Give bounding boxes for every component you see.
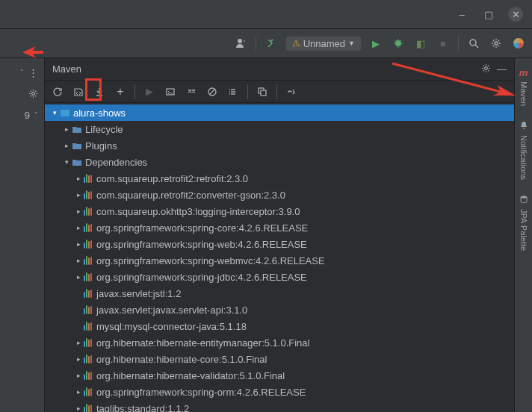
tree-label: org.hibernate:hibernate-core:5.1.0.Final [96, 354, 267, 365]
tree-dependency[interactable]: ▸com.squareup.retrofit2:retrofit:2.3.0 [45, 170, 514, 187]
generate-sources-icon[interactable] [72, 85, 85, 99]
tree-dependency[interactable]: ▸org.hibernate:hibernate-validator:5.1.0… [45, 367, 514, 384]
tree-label: com.squareup.retrofit2:converter-gson:2.… [96, 190, 285, 201]
tree-label: com.squareup.okhttp3:logging-interceptor… [96, 206, 300, 217]
chevron-down-icon[interactable]: ˅ [20, 69, 24, 76]
toggle-offline-icon[interactable] [185, 85, 198, 99]
panel-settings-icon[interactable] [481, 63, 491, 75]
panel-hide-icon[interactable]: — [497, 63, 507, 75]
execute-goal-icon[interactable] [164, 85, 177, 99]
library-icon [84, 190, 92, 199]
tree-lifecycle[interactable]: ▸ Lifecycle [45, 121, 514, 137]
maximize-button[interactable]: ▢ [481, 7, 496, 22]
maven-tree[interactable]: ▾ alura-shows ▸ Lifecycle ▸ Plugins [45, 103, 514, 412]
chevron-down-icon[interactable]: ▾ [49, 109, 60, 116]
run-configuration-selector[interactable]: ⚠ Unnamed ▼ [286, 37, 361, 51]
add-maven-project-icon[interactable]: + [114, 85, 127, 99]
chevron-right-icon[interactable]: ▸ [73, 372, 84, 379]
chevron-down-icon[interactable]: ▾ [61, 158, 72, 166]
chevron-right-icon[interactable]: ▸ [73, 355, 84, 363]
module-icon [60, 107, 70, 118]
gutter-gear-icon[interactable] [28, 89, 38, 101]
coverage-button[interactable]: ◧ [413, 36, 428, 51]
build-icon[interactable] [264, 36, 279, 51]
debug-button[interactable] [391, 36, 406, 51]
settings-icon[interactable] [489, 36, 504, 51]
chevron-right-icon[interactable]: ▸ [61, 125, 72, 133]
tree-dependency[interactable]: ▸com.squareup.okhttp3:logging-intercepto… [45, 203, 514, 219]
library-icon [84, 322, 92, 331]
minimize-button[interactable]: – [454, 7, 469, 22]
tree-dependency[interactable]: mysql:mysql-connector-java:5.1.18 [45, 318, 514, 334]
reload-icon[interactable] [51, 85, 64, 99]
library-icon [84, 387, 92, 396]
maven-toolbar: + ▶ [45, 81, 514, 103]
library-icon [84, 256, 92, 265]
tree-dependency[interactable]: ▸org.springframework:spring-orm:4.2.6.RE… [45, 384, 514, 400]
tree-root[interactable]: ▾ alura-shows [45, 104, 514, 121]
maven-settings-icon[interactable] [285, 85, 298, 99]
stripe-notifications-button[interactable]: Notifications [519, 118, 528, 183]
download-sources-icon[interactable] [93, 85, 106, 99]
run-maven-build-icon: ▶ [143, 85, 156, 99]
panel-title: Maven [52, 63, 475, 75]
tree-dependency[interactable]: javax.servlet:javax.servlet-api:3.1.0 [45, 302, 514, 318]
tree-dependency[interactable]: ▸org.springframework:spring-jdbc:4.2.6.R… [45, 269, 514, 285]
run-button[interactable]: ▶ [368, 36, 383, 51]
svg-point-13 [32, 93, 35, 96]
tree-dependencies[interactable]: ▾ Dependencies [45, 154, 514, 170]
tree-dependency[interactable]: ▸com.squareup.retrofit2:converter-gson:2… [45, 187, 514, 203]
stripe-jpa-button[interactable]: JPA Palette [519, 192, 528, 254]
chevron-right-icon[interactable]: ▸ [73, 257, 84, 264]
chevron-right-icon[interactable]: ▸ [73, 207, 84, 215]
svg-point-0 [238, 39, 242, 43]
database-icon [519, 195, 528, 206]
skip-tests-icon[interactable] [205, 85, 219, 99]
warning-icon: ⚠ [292, 38, 300, 49]
chevron-right-icon[interactable]: ▸ [73, 388, 84, 396]
stop-button: ■ [436, 36, 451, 51]
fold-icon[interactable]: ˅ [34, 111, 38, 119]
chevron-right-icon[interactable]: ▸ [73, 240, 84, 248]
chevron-right-icon[interactable]: ▸ [61, 142, 72, 149]
chevron-right-icon[interactable]: ▸ [73, 339, 84, 346]
tree-plugins[interactable]: ▸ Plugins [45, 137, 514, 154]
svg-point-9 [470, 40, 476, 46]
stripe-maven-button[interactable]: m Maven [519, 64, 528, 109]
tree-dependency[interactable]: ▸taglibs:standard:1.1.2 [45, 400, 514, 412]
maven-icon: m [519, 67, 528, 78]
tree-dependency[interactable]: javax.servlet:jstl:1.2 [45, 285, 514, 302]
stripe-label: Notifications [519, 135, 528, 180]
tree-dependency[interactable]: ▸org.hibernate:hibernate-entitymanager:5… [45, 334, 514, 351]
close-button[interactable]: ✕ [508, 7, 523, 22]
svg-point-14 [485, 66, 488, 69]
search-icon[interactable] [466, 36, 481, 51]
tree-label: org.springframework:spring-orm:4.2.6.REL… [96, 387, 306, 398]
tree-dependency[interactable]: ▸org.springframework:spring-webmvc:4.2.6… [45, 252, 514, 269]
library-icon [84, 404, 92, 412]
tree-label: mysql:mysql-connector-java:5.1.18 [96, 321, 247, 332]
library-icon [84, 371, 92, 380]
show-dependencies-icon[interactable] [226, 85, 240, 99]
ide-logo-icon[interactable] [511, 36, 526, 51]
library-icon [84, 207, 92, 216]
user-icon[interactable] [233, 36, 248, 51]
tree-dependency[interactable]: ▸org.springframework:spring-web:4.2.6.RE… [45, 236, 514, 252]
chevron-right-icon[interactable]: ▸ [73, 224, 84, 231]
library-icon [84, 338, 92, 347]
chevron-right-icon[interactable]: ▸ [73, 175, 84, 182]
svg-line-10 [475, 45, 478, 48]
tree-label: Plugins [85, 140, 117, 152]
separator [276, 84, 277, 99]
svg-rect-19 [261, 90, 266, 96]
more-icon[interactable]: ⋮ [28, 67, 38, 78]
chevron-right-icon[interactable]: ▸ [73, 405, 84, 412]
chevron-right-icon[interactable]: ▸ [73, 191, 84, 199]
main-toolbar: ⚠ Unnamed ▼ ▶ ◧ ■ [0, 28, 532, 58]
separator [458, 36, 459, 51]
tree-dependency[interactable]: ▸org.hibernate:hibernate-core:5.1.0.Fina… [45, 351, 514, 367]
folder-icon [72, 157, 82, 167]
tree-dependency[interactable]: ▸org.springframework:spring-core:4.2.6.R… [45, 219, 514, 236]
chevron-right-icon[interactable]: ▸ [73, 273, 84, 281]
collapse-all-icon[interactable] [256, 85, 269, 99]
